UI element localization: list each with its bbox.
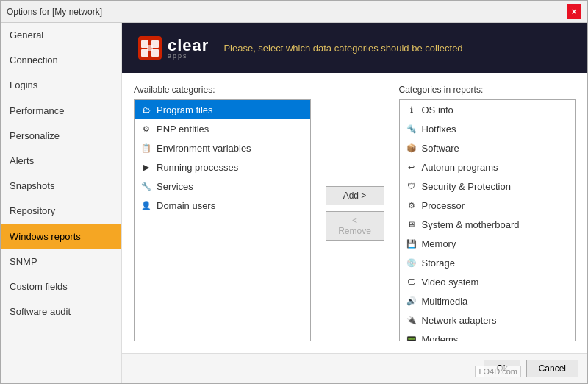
report-item-label-storage: Storage bbox=[422, 257, 456, 269]
logo-text-area: clear apps bbox=[168, 36, 209, 60]
report-categories-label: Categories in reports: bbox=[399, 85, 576, 95]
watermark-logo: LO4D.com bbox=[475, 366, 521, 377]
report-item-label-memory: Memory bbox=[422, 238, 456, 249]
avail-item-label-program-files: Program files bbox=[157, 104, 213, 115]
add-button[interactable]: Add > bbox=[326, 186, 384, 205]
report-item-hotfixes[interactable]: 🔩Hotfixes bbox=[400, 119, 576, 138]
sidebar-item-general[interactable]: General bbox=[1, 23, 121, 48]
available-categories-list[interactable]: 🗁Program files⚙PNP entities📋Environment … bbox=[134, 99, 311, 341]
shield-icon: 🛡 bbox=[406, 180, 417, 192]
storage-icon: 💿 bbox=[406, 257, 417, 269]
transfer-buttons: Add > < Remove bbox=[320, 85, 390, 341]
report-item-storage[interactable]: 💿Storage bbox=[400, 253, 576, 272]
service-icon: 🔧 bbox=[140, 180, 152, 192]
report-item-multimedia[interactable]: 🔊Multimedia bbox=[400, 291, 576, 310]
close-button[interactable]: × bbox=[567, 4, 581, 19]
remove-button[interactable]: < Remove bbox=[326, 211, 384, 241]
report-item-label-hotfixes: Hotfixes bbox=[422, 124, 456, 135]
avail-item-domain-users[interactable]: 👤Domain users bbox=[135, 196, 310, 215]
categories-area: Available categories: 🗁Program files⚙PNP… bbox=[122, 73, 587, 353]
report-item-os-info[interactable]: ℹOS info bbox=[400, 100, 576, 119]
report-item-network-adapters[interactable]: 🔌Network adapters bbox=[400, 310, 576, 330]
autorun-icon: ↩ bbox=[406, 161, 417, 173]
categories-section: Available categories: 🗁Program files⚙PNP… bbox=[134, 85, 576, 341]
avail-item-label-services: Services bbox=[157, 181, 193, 192]
folder-icon: 🗁 bbox=[140, 104, 152, 115]
env-icon: 📋 bbox=[140, 142, 152, 154]
title-bar: Options for [My network] × bbox=[1, 1, 587, 23]
sidebar-item-snmp[interactable]: SNMP bbox=[1, 249, 121, 274]
avail-item-label-domain-users: Domain users bbox=[157, 200, 215, 211]
sidebar-item-windows-reports[interactable]: Windows reports bbox=[1, 224, 121, 249]
svg-rect-5 bbox=[147, 45, 153, 51]
report-item-label-network-adapters: Network adapters bbox=[422, 315, 497, 326]
system-icon: 🖥 bbox=[406, 218, 417, 230]
sidebar-item-performance[interactable]: Performance bbox=[1, 99, 121, 124]
avail-item-pnp-entities[interactable]: ⚙PNP entities bbox=[135, 119, 310, 138]
header-banner: clear apps Please, select which data cat… bbox=[122, 23, 587, 73]
main-window: Options for [My network] × GeneralConnec… bbox=[0, 0, 588, 384]
report-item-processor[interactable]: ⚙Processor bbox=[400, 196, 576, 215]
report-item-software[interactable]: 📦Software bbox=[400, 138, 576, 157]
avail-item-running-processes[interactable]: ▶Running processes bbox=[135, 157, 310, 177]
multimedia-icon: 🔊 bbox=[406, 295, 417, 307]
sidebar-item-connection[interactable]: Connection bbox=[1, 48, 121, 73]
info-icon: ℹ bbox=[406, 104, 417, 115]
report-item-label-modems: Modems bbox=[422, 334, 459, 342]
pnp-icon: ⚙ bbox=[140, 123, 152, 135]
sidebar-item-software-audit[interactable]: Software audit bbox=[1, 299, 121, 324]
network-icon: 🔌 bbox=[406, 314, 417, 326]
avail-item-label-running-processes: Running processes bbox=[157, 162, 238, 173]
report-item-label-video-system: Video system bbox=[422, 277, 479, 288]
report-item-label-autorun: Autorun programs bbox=[422, 162, 498, 173]
content-area: GeneralConnectionLoginsPerformancePerson… bbox=[1, 23, 587, 383]
report-item-label-system-motherboard: System & motherboard bbox=[422, 219, 520, 230]
report-item-label-os-info: OS info bbox=[422, 104, 453, 115]
sidebar-item-repository[interactable]: Repository bbox=[1, 199, 121, 224]
available-categories-panel: Available categories: 🗁Program files⚙PNP… bbox=[134, 85, 311, 341]
cancel-button[interactable]: Cancel bbox=[526, 360, 578, 377]
report-item-modems[interactable]: 📟Modems bbox=[400, 330, 576, 341]
sidebar-item-alerts[interactable]: Alerts bbox=[1, 149, 121, 174]
window-title: Options for [My network] bbox=[7, 7, 102, 17]
process-icon: ▶ bbox=[140, 161, 152, 173]
banner-message: Please, select which data categories sho… bbox=[223, 43, 573, 54]
report-item-system-motherboard[interactable]: 🖥System & motherboard bbox=[400, 215, 576, 234]
report-item-security[interactable]: 🛡Security & Protection bbox=[400, 177, 576, 196]
video-icon: 🖵 bbox=[406, 276, 417, 288]
logo-icon bbox=[137, 35, 163, 61]
sidebar-item-logins[interactable]: Logins bbox=[1, 73, 121, 98]
report-item-autorun[interactable]: ↩Autorun programs bbox=[400, 157, 576, 177]
sidebar-item-snapshots[interactable]: Snapshots bbox=[1, 174, 121, 199]
hotfix-icon: 🔩 bbox=[406, 123, 417, 135]
report-item-label-processor: Processor bbox=[422, 200, 465, 211]
avail-item-label-env-variables: Environment variables bbox=[157, 143, 251, 154]
report-item-label-software: Software bbox=[422, 143, 459, 154]
report-item-memory[interactable]: 💾Memory bbox=[400, 234, 576, 253]
sidebar: GeneralConnectionLoginsPerformancePerson… bbox=[1, 23, 122, 383]
report-item-video-system[interactable]: 🖵Video system bbox=[400, 272, 576, 291]
avail-item-program-files[interactable]: 🗁Program files bbox=[135, 100, 310, 119]
report-categories-panel: Categories in reports: ℹOS info🔩Hotfixes… bbox=[399, 85, 576, 341]
logo-area: clear apps bbox=[137, 35, 209, 61]
report-item-label-multimedia: Multimedia bbox=[422, 296, 468, 307]
software-icon: 📦 bbox=[406, 142, 417, 154]
avail-item-env-variables[interactable]: 📋Environment variables bbox=[135, 138, 310, 157]
processor-icon: ⚙ bbox=[406, 199, 417, 211]
avail-item-services[interactable]: 🔧Services bbox=[135, 177, 310, 196]
available-categories-label: Available categories: bbox=[134, 85, 311, 95]
memory-icon: 💾 bbox=[406, 238, 417, 249]
main-area: clear apps Please, select which data cat… bbox=[122, 23, 587, 383]
sidebar-item-personalize[interactable]: Personalize bbox=[1, 124, 121, 149]
report-categories-list[interactable]: ℹOS info🔩Hotfixes📦Software↩Autorun progr… bbox=[399, 99, 576, 341]
avail-item-label-pnp-entities: PNP entities bbox=[157, 124, 209, 135]
sidebar-item-custom-fields[interactable]: Custom fields bbox=[1, 274, 121, 299]
modem-icon: 📟 bbox=[406, 333, 417, 341]
user-icon: 👤 bbox=[140, 199, 152, 211]
report-item-label-security: Security & Protection bbox=[422, 181, 511, 192]
